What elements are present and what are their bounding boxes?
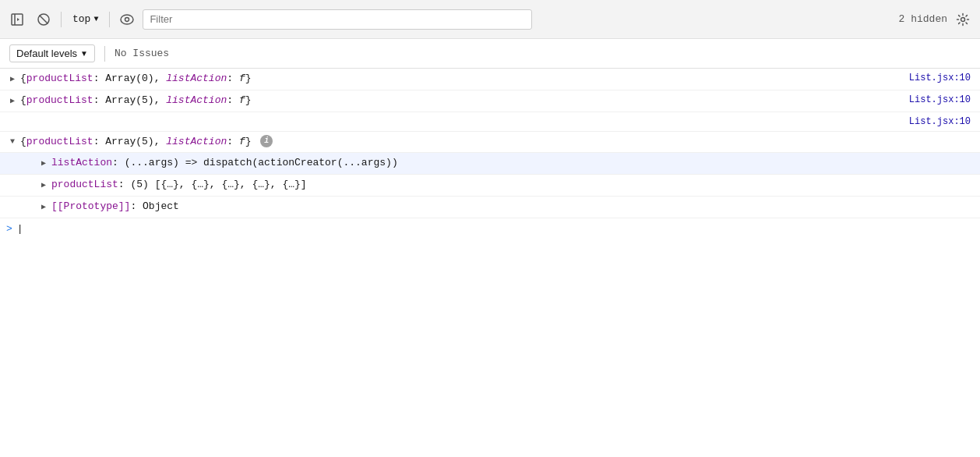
- toolbar-divider-1: [61, 12, 62, 27]
- log-text-4a: listAction: (...args) => dispatch(action…: [51, 155, 980, 172]
- toolbar-divider-2: [109, 12, 110, 27]
- svg-point-5: [121, 15, 133, 24]
- settings-icon[interactable]: [952, 9, 974, 30]
- log-link-2[interactable]: List.jsx:10: [909, 94, 980, 105]
- levels-label: Default levels: [16, 48, 77, 59]
- console-input-line: > |: [0, 218, 980, 239]
- log-entry-4c: ▶ [[Prototype]]: Object: [0, 197, 980, 218]
- expand-sidebar-icon[interactable]: [6, 9, 28, 30]
- expand-arrow-4a[interactable]: ▶: [37, 157, 50, 169]
- log-text-4: {productList: Array(5), listAction: f} i: [20, 134, 980, 151]
- frame-label: top: [72, 13, 90, 25]
- filter-input[interactable]: [143, 9, 532, 30]
- expand-arrow-2[interactable]: ▶: [6, 94, 19, 107]
- entry-border-4: [0, 132, 2, 153]
- expand-arrow-4b[interactable]: ▶: [37, 179, 50, 191]
- entry-border-3: [0, 112, 2, 131]
- log-text-2: {productList: Array(5), listAction: f}: [20, 93, 909, 109]
- expand-arrow-4c[interactable]: ▶: [37, 200, 50, 213]
- default-levels-button[interactable]: Default levels ▼: [9, 44, 95, 62]
- frame-dropdown-arrow: ▼: [93, 15, 98, 23]
- info-badge: i: [260, 135, 273, 147]
- console-output: ▶ {productList: Array(0), listAction: f}…: [0, 69, 980, 457]
- prompt-symbol: >: [6, 223, 12, 235]
- svg-line-4: [40, 15, 48, 23]
- subbar-divider: [104, 46, 105, 62]
- log-entry-4a: ▶ listAction: (...args) => dispatch(acti…: [0, 153, 980, 175]
- log-entry-4: ▼ {productList: Array(5), listAction: f}…: [0, 132, 980, 154]
- svg-point-7: [961, 17, 965, 21]
- log-text-4c: [[Prototype]]: Object: [51, 199, 980, 215]
- entry-border-2: [0, 90, 2, 112]
- log-text-1: {productList: Array(0), listAction: f}: [20, 71, 909, 87]
- hidden-count: 2 hidden: [899, 13, 947, 25]
- entry-border-1: [0, 69, 2, 90]
- expand-arrow-1[interactable]: ▶: [6, 73, 19, 85]
- cursor-caret: |: [17, 223, 23, 235]
- log-entry-3: ▶ List.jsx:10: [0, 112, 980, 132]
- log-entry-1: ▶ {productList: Array(0), listAction: f}…: [0, 69, 980, 90]
- log-link-1[interactable]: List.jsx:10: [909, 73, 980, 83]
- levels-arrow: ▼: [80, 49, 88, 58]
- expand-arrow-4[interactable]: ▼: [6, 136, 19, 148]
- log-entry-2: ▶ {productList: Array(5), listAction: f}…: [0, 90, 980, 112]
- svg-point-6: [125, 17, 129, 21]
- log-text-4b: productList: (5) [{…}, {…}, {…}, {…}, {……: [51, 177, 980, 193]
- frame-selector[interactable]: top ▼: [68, 12, 103, 27]
- log-entry-4b: ▶ productList: (5) [{…}, {…}, {…}, {…}, …: [0, 175, 980, 197]
- eye-icon[interactable]: [116, 9, 138, 30]
- console-subbar: Default levels ▼ No Issues: [0, 39, 980, 69]
- log-link-3[interactable]: List.jsx:10: [909, 116, 980, 127]
- console-toolbar: top ▼ 2 hidden: [0, 0, 980, 39]
- clear-console-icon[interactable]: [33, 9, 55, 30]
- svg-marker-2: [17, 18, 19, 21]
- no-issues-label: No Issues: [115, 48, 169, 59]
